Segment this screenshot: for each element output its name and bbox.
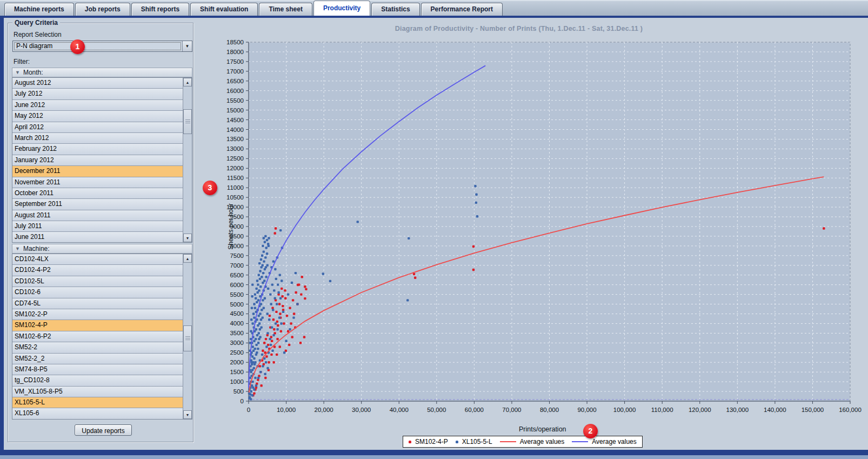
- dropdown-button[interactable]: ▼: [182, 41, 192, 51]
- panel-title: Query Criteria: [12, 19, 60, 26]
- y-tick-label: 5000: [230, 301, 244, 308]
- data-point-xl105-5-l: [268, 245, 270, 247]
- list-item-cd102-5l[interactable]: CD102-5L: [12, 276, 183, 287]
- list-item-may-2012[interactable]: May 2012: [12, 111, 183, 122]
- list-item-vm-xl105-8-p5[interactable]: VM_XL105-8-P5: [12, 387, 183, 397]
- list-item-december-2011[interactable]: December 2011: [12, 166, 183, 177]
- y-tick-label: 9500: [230, 214, 244, 220]
- list-item-september-2011[interactable]: September 2011: [12, 199, 183, 210]
- data-point-xl105-5-l: [261, 309, 263, 311]
- data-point-sm102-4-p: [276, 354, 278, 356]
- month-scroll-down-button[interactable]: ▼: [183, 234, 192, 242]
- up-arrow-icon: ▲: [186, 81, 190, 84]
- month-scrollbar[interactable]: ▲ ▼: [183, 78, 192, 242]
- y-tick-label: 10500: [226, 194, 244, 201]
- list-item-cd102-4lx[interactable]: CD102-4LX: [12, 254, 183, 265]
- tab-job-reports[interactable]: Job reports: [75, 3, 130, 16]
- list-item-july-2012[interactable]: July 2012: [12, 89, 183, 99]
- legend-label: Average values: [520, 438, 565, 445]
- data-point-sm102-4-p: [282, 305, 284, 307]
- list-item-august-2012[interactable]: August 2012: [12, 78, 183, 89]
- data-point-sm102-4-p: [414, 277, 416, 279]
- tab-productivity[interactable]: Productivity: [313, 1, 370, 16]
- legend-label: Average values: [592, 438, 637, 445]
- x-tick-label: 140,000: [764, 407, 786, 413]
- data-point-xl105-5-l: [258, 332, 260, 334]
- data-point-sm102-4-p: [304, 297, 306, 300]
- data-point-xl105-5-l: [250, 318, 252, 321]
- data-point-xl105-5-l: [260, 303, 262, 305]
- list-item-sm52-2-2[interactable]: SM52-2_2: [12, 354, 183, 364]
- x-tick-label: 100,000: [613, 407, 636, 413]
- data-point-xl105-5-l: [281, 280, 283, 282]
- tab-shift-evaluation[interactable]: Shift evaluation: [190, 3, 258, 16]
- list-item-march-2012[interactable]: March 2012: [12, 133, 183, 144]
- tab-time-sheet[interactable]: Time sheet: [259, 3, 312, 16]
- list-item-august-2011[interactable]: August 2011: [12, 210, 183, 221]
- data-point-sm102-4-p: [283, 322, 285, 324]
- list-item-cd102-6[interactable]: CD102-6: [12, 287, 183, 298]
- data-point-sm102-4-p: [301, 276, 303, 278]
- data-point-sm102-4-p: [304, 285, 306, 288]
- data-point-xl105-5-l: [263, 280, 265, 282]
- list-item-sm52-2[interactable]: SM52-2: [12, 342, 183, 353]
- tab-machine-reports[interactable]: Machine reports: [4, 3, 74, 16]
- data-point-xl105-5-l: [277, 291, 279, 294]
- month-scrollbar-thumb[interactable]: [183, 109, 192, 134]
- list-item-april-2012[interactable]: April 2012: [12, 122, 183, 133]
- y-tick-label: 13500: [226, 136, 244, 142]
- list-item-november-2011[interactable]: November 2011: [12, 177, 183, 188]
- list-item-sm74-8-p5[interactable]: SM74-8-P5: [12, 364, 183, 375]
- list-item-xl105-6[interactable]: XL105-6: [12, 408, 183, 419]
- list-item-tg-cd102-8[interactable]: tg_CD102-8: [12, 375, 183, 386]
- list-item-xl105-5-l[interactable]: XL105-5-L: [12, 397, 183, 408]
- data-point-xl105-5-l: [257, 377, 259, 379]
- data-point-xl105-5-l: [406, 299, 409, 301]
- data-point-sm102-4-p: [260, 384, 262, 387]
- y-tick-label: 0: [241, 398, 244, 404]
- y-tick-label: 17000: [226, 68, 244, 75]
- data-point-xl105-5-l: [276, 303, 278, 305]
- y-tick-label: 8000: [230, 243, 244, 249]
- list-item-june-2012[interactable]: June 2012: [12, 100, 183, 111]
- machine-scroll-down-button[interactable]: ▼: [183, 410, 192, 419]
- list-item-cd74-5l[interactable]: CD74-5L: [12, 298, 183, 309]
- list-item-february-2012[interactable]: February 2012: [12, 144, 183, 155]
- list-item-sm102-6-p2[interactable]: SM102-6-P2: [12, 331, 183, 342]
- month-scroll-up-button[interactable]: ▲: [183, 78, 192, 87]
- tab-shift-reports[interactable]: Shift reports: [131, 3, 189, 16]
- grip-icon: [185, 119, 190, 124]
- tab-statistics[interactable]: Statistics: [371, 3, 419, 16]
- list-item-july-2011[interactable]: July 2011: [12, 221, 183, 232]
- data-point-xl105-5-l: [251, 322, 253, 324]
- list-item-cd102-4-p2[interactable]: CD102-4-P2: [12, 265, 183, 276]
- x-tick-label: 90,000: [577, 407, 596, 413]
- tab-performance-report[interactable]: Performance Report: [421, 3, 503, 16]
- list-item-june-2011[interactable]: June 2011: [12, 232, 183, 242]
- data-point-sm102-4-p: [262, 349, 264, 351]
- list-item-sm102-2-p[interactable]: SM102-2-P: [12, 309, 183, 320]
- machine-scrollbar[interactable]: ▲ ▼: [183, 254, 192, 419]
- data-point-xl105-5-l: [279, 297, 282, 300]
- data-point-xl105-5-l: [250, 361, 252, 363]
- data-point-xl105-5-l: [271, 283, 273, 285]
- update-reports-button[interactable]: Update reports: [75, 424, 132, 436]
- legend-dot-icon: [409, 441, 411, 443]
- x-tick-label: 110,000: [651, 407, 673, 413]
- legend-line-icon: [572, 441, 588, 442]
- report-selection-dropdown[interactable]: P-N diagram ▼: [12, 41, 192, 52]
- list-item-sm102-4-p[interactable]: SM102-4-P: [12, 320, 183, 331]
- data-point-xl105-5-l: [258, 274, 260, 276]
- month-section-header[interactable]: ▼ Month:: [12, 68, 192, 77]
- list-item-october-2011[interactable]: October 2011: [12, 188, 183, 199]
- machine-scroll-up-button[interactable]: ▲: [183, 254, 192, 263]
- month-list-rows: August 2012July 2012June 2012May 2012Apr…: [12, 78, 183, 242]
- y-tick-label: 7000: [230, 262, 244, 269]
- data-point-xl105-5-l: [255, 288, 257, 290]
- machine-scrollbar-thumb[interactable]: [183, 325, 192, 351]
- y-tick-label: 500: [233, 388, 244, 395]
- machine-section-header[interactable]: ▼ Machine:: [12, 244, 192, 254]
- legend-item-average-values-line: Average values: [572, 438, 637, 445]
- data-point-xl105-5-l: [322, 272, 324, 275]
- list-item-january-2012[interactable]: January 2012: [12, 155, 183, 166]
